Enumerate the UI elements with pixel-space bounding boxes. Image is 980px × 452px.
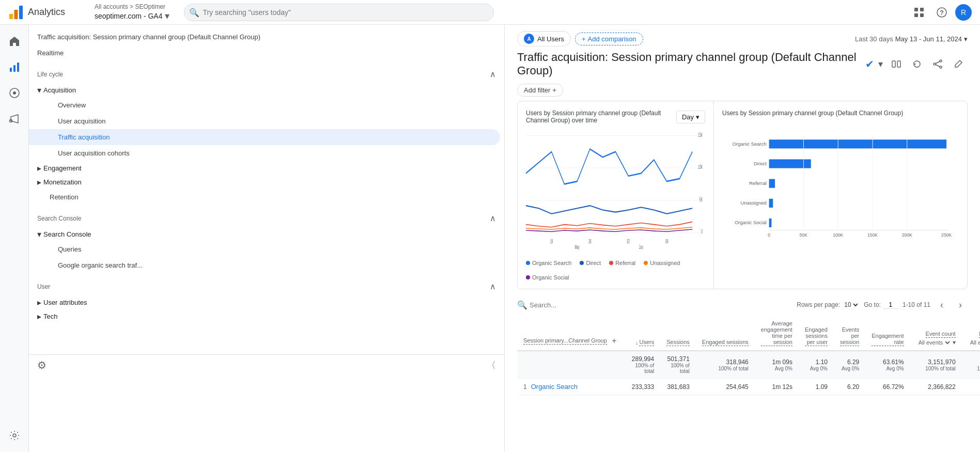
edit-button[interactable] (949, 55, 968, 73)
search-input[interactable] (184, 4, 494, 21)
col-header-sessions: Sessions (660, 316, 696, 351)
channel-sort-button[interactable]: Session primary...Channel Group (523, 337, 607, 345)
pagination-prev-button[interactable]: ‹ (935, 298, 949, 312)
user-attributes-expand-icon: ▸ (37, 298, 41, 307)
collapse-icon[interactable]: 〈 (487, 359, 496, 371)
nav-icons-col (0, 25, 29, 452)
lifecycle-section-header[interactable]: Life cycle ∧ (29, 65, 504, 83)
nav-home[interactable] (2, 29, 27, 54)
sidebar-user-acquisition-cohorts[interactable]: User acquisition cohorts (29, 145, 500, 161)
svg-rect-44 (769, 179, 775, 188)
grid-icon (914, 7, 924, 18)
account-name: seoptimer.com - GA4 (95, 12, 163, 20)
add-filter-button[interactable]: Add filter + (517, 84, 563, 97)
go-to-input[interactable] (883, 301, 898, 309)
share-icon (932, 59, 943, 69)
sidebar-google-organic[interactable]: Google organic search traf... (29, 257, 500, 273)
search-console-expand[interactable]: ▾ Search Console (29, 227, 504, 241)
sidebar-retention[interactable]: Retention (29, 189, 500, 205)
add-column-button[interactable]: + (609, 336, 619, 346)
go-to-label: Go to: (864, 301, 881, 308)
svg-text:0: 0 (701, 229, 703, 235)
svg-text:Direct: Direct (754, 161, 767, 166)
nav-advertising[interactable] (2, 106, 27, 131)
row1-engagement-rate-cell: 66.72% (865, 379, 910, 395)
svg-point-20 (940, 66, 942, 68)
title-dropdown-button[interactable]: ▾ (878, 58, 883, 70)
acquisition-expand[interactable]: ▾ Acquisition (29, 83, 504, 97)
refresh-button[interactable] (908, 55, 926, 73)
tech-expand[interactable]: ▸ Tech (29, 309, 504, 323)
sidebar-reports-snapshot[interactable]: Traffic acquisition: Session primary cha… (29, 29, 500, 45)
legend-dot-organic-search (526, 261, 530, 265)
monetization-expand-icon: ▸ (37, 177, 41, 187)
svg-rect-0 (9, 14, 13, 19)
sidebar-user-acquisition[interactable]: User acquisition (29, 113, 500, 129)
table-search-input[interactable] (530, 301, 633, 309)
engagement-expand[interactable]: ▸ Engagement (29, 161, 504, 175)
svg-rect-11 (17, 63, 19, 72)
users-sort-button[interactable]: ↓ Users (635, 339, 654, 346)
user-section-header[interactable]: User ∧ (29, 277, 504, 295)
home-icon (9, 36, 20, 47)
engagement-expand-icon: ▸ (37, 163, 41, 173)
help-button[interactable]: ? (932, 3, 951, 22)
help-icon: ? (937, 7, 947, 18)
avatar[interactable]: R (955, 4, 972, 21)
svg-rect-4 (920, 8, 924, 11)
queries-label: Queries (58, 245, 82, 253)
search-console-label: Search Console (43, 230, 91, 238)
legend-organic-search: Organic Search (526, 260, 571, 266)
legend-direct: Direct (580, 260, 601, 266)
compare-view-button[interactable] (887, 55, 906, 73)
date-range-label: Last 30 days (855, 35, 893, 43)
add-comparison-button[interactable]: + Add comparison (575, 33, 643, 45)
account-selector[interactable]: All accounts > SEOptimer seoptimer.com -… (95, 3, 169, 22)
nav-reports[interactable] (2, 55, 27, 80)
acquisition-expand-icon: ▾ (37, 85, 41, 95)
date-range-picker[interactable]: Last 30 days May 13 - Jun 11, 2024 ▾ (855, 35, 968, 43)
sidebar-queries[interactable]: Queries (29, 241, 500, 257)
topbar: Analytics All accounts > SEOptimer seopt… (0, 0, 980, 25)
chip-avatar: A (524, 34, 534, 44)
add-icon: + (582, 35, 586, 43)
key-events-filter-select[interactable]: All events (968, 339, 980, 346)
nav-settings[interactable] (2, 423, 27, 448)
legend-label-unassigned: Unassigned (650, 260, 680, 266)
search-console-section-header[interactable]: Search Console ∧ (29, 209, 504, 227)
engagement-rate-col-label: Engagement rate (872, 333, 904, 346)
share-button[interactable] (928, 55, 947, 73)
analytics-logo (8, 5, 24, 20)
rows-per-page-select[interactable]: 10 25 50 (842, 301, 860, 309)
svg-point-13 (13, 91, 16, 95)
grid-apps-button[interactable] (910, 3, 928, 22)
nav-explore[interactable] (2, 81, 27, 105)
col-header-events-per-session: Events per session (834, 316, 865, 351)
pagination-next-button[interactable]: › (953, 298, 968, 312)
row1-channel-name[interactable]: Organic Search (531, 383, 578, 391)
reports-icon (9, 61, 20, 73)
sidebar-realtime[interactable]: Realtime (29, 45, 500, 61)
refresh-icon (912, 59, 922, 69)
user-attributes-expand[interactable]: ▸ User attributes (29, 295, 504, 309)
svg-text:250K: 250K (941, 232, 952, 238)
sidebar-traffic-acquisition[interactable]: Traffic acquisition (29, 129, 500, 145)
engaged-sessions-col-label: Engaged sessions (702, 339, 749, 346)
legend-label-organic-social: Organic Social (532, 274, 569, 280)
time-granularity-value: Day (682, 113, 694, 121)
totals-sessions-cell: 501,371 100% of total (660, 351, 696, 379)
svg-text:Unassigned: Unassigned (741, 200, 767, 206)
user-attributes-label: User attributes (43, 299, 87, 306)
line-chart-svg: 15K 10K 5K 0 19 May 26 02 Jun 09 (526, 130, 705, 254)
sidebar-overview[interactable]: Overview (29, 97, 500, 113)
legend-label-referral: Referral (615, 260, 635, 266)
event-count-filter-select[interactable]: All events (916, 339, 952, 346)
monetization-expand[interactable]: ▸ Monetization (29, 175, 504, 189)
all-users-chip[interactable]: A All Users (517, 31, 571, 46)
legend-unassigned: Unassigned (644, 260, 680, 266)
svg-text:15K: 15K (698, 132, 703, 138)
time-granularity-selector[interactable]: Day ▾ (676, 111, 705, 123)
svg-rect-46 (769, 219, 772, 227)
settings-icon-sidebar[interactable]: ⚙ (37, 359, 46, 371)
time-granularity-chevron: ▾ (696, 113, 699, 121)
